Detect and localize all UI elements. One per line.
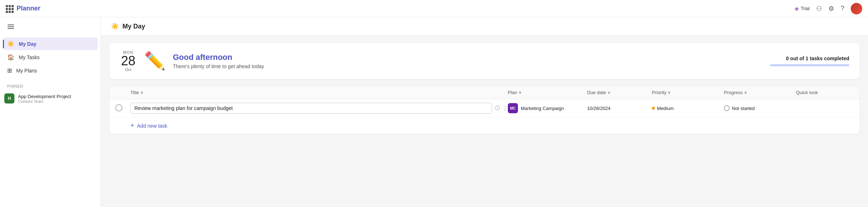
chevron-down-icon: ∨ (519, 90, 522, 95)
priority-dot (652, 107, 655, 110)
col-quick-look: Quick look (796, 90, 854, 95)
greeting-heading: Good afternoon (173, 53, 264, 62)
sidebar-item-my-plans[interactable]: ⊞ My Plans (3, 64, 98, 77)
sidebar-item-my-day[interactable]: ☀️ My Day (3, 38, 98, 50)
col-due-date[interactable]: Due date ∨ (587, 90, 652, 95)
people-icon[interactable]: ⚇ (816, 5, 822, 13)
col-title[interactable]: Title ∨ (130, 90, 508, 95)
diamond-icon: ◈ (795, 5, 799, 12)
tasks-icon: 🏠 (7, 54, 14, 61)
svg-rect-0 (8, 25, 14, 25)
plan-badge: MC (508, 103, 518, 113)
add-icon: + (130, 122, 134, 129)
pinned-item-name: App Development Project (18, 94, 71, 99)
due-date: 10/28/2024 (587, 106, 652, 111)
task-actions: ⓘ ⋮ (495, 105, 508, 112)
page-sun-icon: ☀️ (111, 22, 119, 30)
apps-icon[interactable] (6, 5, 13, 12)
priority-label: Medium (657, 106, 674, 111)
grid-icon: ⊞ (7, 67, 12, 74)
tasks-summary: 0 out of 1 tasks completed (770, 56, 849, 66)
greeting-card: MON 28 Oct ✏️ Good afternoon There's ple… (109, 43, 859, 79)
sidebar-nav: ☀️ My Day 🏠 My Tasks ⊞ My Plans (0, 36, 100, 78)
pinned-text: App Development Project Contoso Team (18, 94, 71, 104)
greeting-subtext: There's plenty of time to get ahead toda… (173, 63, 264, 69)
settings-icon[interactable]: ⚙ (828, 5, 834, 13)
sidebar-item-label: My Tasks (19, 54, 40, 60)
greeting-text: Good afternoon There's plenty of time to… (173, 53, 264, 69)
chevron-down-icon: ∨ (744, 90, 747, 95)
tasks-table: Title ∨ Plan ∨ Due date ∨ Priority ∨ Pro… (109, 86, 859, 134)
avatar[interactable] (851, 3, 862, 14)
sidebar-toggle-button[interactable] (6, 22, 16, 32)
sun-icon: ☀️ (7, 40, 14, 47)
add-task-row[interactable]: + Add new task (109, 118, 859, 134)
task-checkbox-cell (115, 104, 130, 113)
content-area: MON 28 Oct ✏️ Good afternoon There's ple… (101, 36, 868, 141)
topbar-right: ◈ Trial ⚇ ⚙ ? (795, 3, 862, 14)
progress-label: Not started (732, 106, 755, 111)
trial-label: Trial (801, 6, 810, 11)
page-title: My Day (122, 23, 145, 30)
date-number: 28 (120, 54, 137, 67)
task-title-cell: ⓘ ⋮ (130, 103, 508, 114)
tasks-count-text: 0 out of 1 tasks completed (770, 56, 849, 61)
plan-name: Marketing Campaign (521, 106, 564, 111)
topbar-left: Planner (6, 5, 40, 12)
table-header: Title ∨ Plan ∨ Due date ∨ Priority ∨ Pro… (109, 86, 859, 99)
col-priority[interactable]: Priority ∨ (652, 90, 724, 95)
svg-rect-2 (8, 28, 14, 29)
chevron-down-icon: ∨ (608, 90, 610, 95)
pinned-item-app-dev[interactable]: H App Development Project Contoso Team (0, 91, 100, 106)
sidebar-item-my-tasks[interactable]: 🏠 My Tasks (3, 51, 98, 63)
sidebar-item-label: My Day (19, 41, 36, 47)
pinned-avatar: H (4, 93, 14, 104)
task-title-input[interactable] (130, 103, 492, 114)
task-checkbox[interactable] (115, 104, 122, 111)
priority-cell: Medium (652, 106, 724, 111)
plan-cell: MC Marketing Campaign (508, 103, 587, 113)
pencil-icon: ✏️ (144, 52, 166, 70)
chevron-down-icon: ∨ (668, 90, 671, 95)
sidebar-toggle-area (0, 17, 100, 36)
progress-cell: Not started (724, 105, 796, 111)
table-row: ⓘ ⋮ MC Marketing Campaign 10/28/2024 Med… (109, 99, 859, 118)
trial-button[interactable]: ◈ Trial (795, 5, 810, 12)
pinned-item-sub: Contoso Team (18, 99, 71, 104)
more-options-icon[interactable]: ⋮ (502, 105, 508, 112)
info-icon[interactable]: ⓘ (495, 105, 500, 111)
chevron-down-icon: ∨ (140, 90, 143, 95)
app-title: Planner (17, 5, 40, 12)
col-progress[interactable]: Progress ∨ (724, 90, 796, 95)
pinned-section-label: Pinned (0, 78, 100, 91)
topbar: Planner ◈ Trial ⚇ ⚙ ? (0, 0, 868, 17)
tasks-progress-bar (770, 64, 849, 66)
page-header: ☀️ My Day (101, 17, 868, 36)
progress-circle-icon (724, 105, 730, 111)
col-plan[interactable]: Plan ∨ (508, 90, 587, 95)
svg-rect-1 (8, 26, 14, 27)
date-block: MON 28 Oct (120, 50, 137, 72)
main-content: ☀️ My Day MON 28 Oct ✏️ Good afternoon T… (101, 0, 868, 207)
help-icon[interactable]: ? (841, 5, 844, 12)
sidebar: ☀️ My Day 🏠 My Tasks ⊞ My Plans Pinned H… (0, 0, 101, 207)
sidebar-item-label: My Plans (16, 68, 37, 74)
add-task-label: Add new task (137, 123, 167, 129)
